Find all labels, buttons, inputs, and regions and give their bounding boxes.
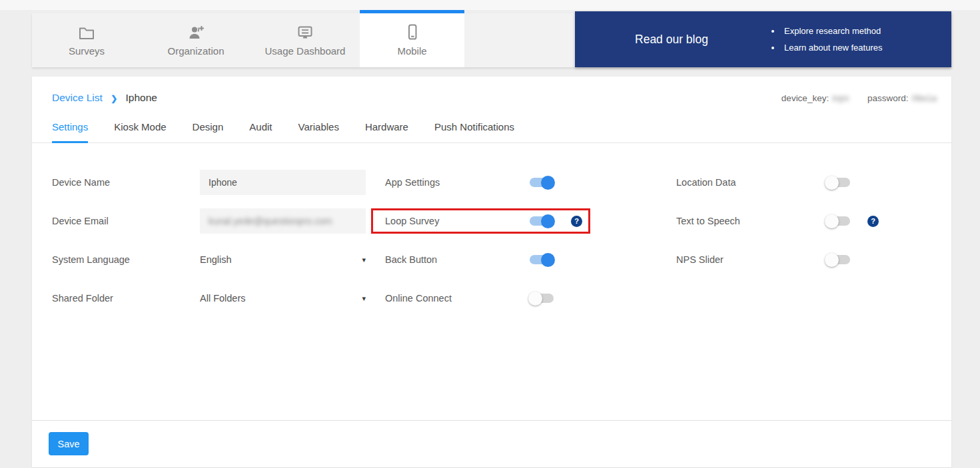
form-row-back-button: Back Button bbox=[385, 247, 676, 272]
device-key-value: tnjni bbox=[832, 93, 849, 103]
folder-icon bbox=[79, 24, 95, 40]
form-right-column: Location DataText to Speech?NPS Slider bbox=[676, 170, 951, 324]
blog-banner-bullet: Explore research method bbox=[781, 26, 882, 36]
footer-divider bbox=[32, 420, 951, 421]
loop-survey-toggle[interactable] bbox=[530, 216, 554, 226]
form-row-app-settings: App Settings bbox=[385, 170, 676, 195]
toggle-knob bbox=[528, 292, 542, 306]
form-row-device-name: Device NameIphone bbox=[52, 170, 385, 195]
form-row-nps-slider: NPS Slider bbox=[676, 247, 951, 272]
shared-folder-select[interactable]: All Folders▾ bbox=[200, 293, 366, 304]
tab-design[interactable]: Design bbox=[193, 121, 224, 142]
top-navigation: SurveysOrganizationUsage DashboardMobile… bbox=[32, 10, 951, 67]
online-connect-toggle[interactable] bbox=[530, 294, 554, 303]
form-left-column: Device NameIphoneDevice Emailkunal.yede@… bbox=[52, 170, 385, 324]
shared-folder-label: Shared Folder bbox=[52, 293, 200, 304]
device-key-pair: device_key: tnjni bbox=[781, 93, 849, 103]
device-name-value: Iphone bbox=[209, 177, 237, 188]
tab-variables[interactable]: Variables bbox=[298, 121, 338, 142]
tab-settings[interactable]: Settings bbox=[52, 121, 88, 143]
toggle-knob bbox=[825, 214, 839, 228]
page-top-strip bbox=[0, 0, 980, 10]
toggle-knob bbox=[825, 176, 839, 190]
loop-survey-label: Loop Survey bbox=[385, 216, 530, 226]
form-row-text-to-speech: Text to Speech? bbox=[676, 208, 951, 234]
app-settings-toggle[interactable] bbox=[530, 178, 554, 187]
nav-tab-organization[interactable]: Organization bbox=[141, 13, 250, 67]
text-to-speech-toggle[interactable] bbox=[826, 216, 850, 226]
nps-slider-label: NPS Slider bbox=[676, 254, 826, 265]
organization-icon bbox=[187, 24, 205, 40]
device-key-label: device_key: bbox=[781, 93, 829, 103]
dashboard-icon bbox=[297, 24, 313, 40]
toggle-knob bbox=[541, 176, 555, 190]
breadcrumb-device-list-link[interactable]: Device List bbox=[52, 92, 103, 103]
panel-header: Device List ❯ Iphone device_key: tnjni p… bbox=[32, 77, 951, 104]
blog-banner[interactable]: Read our blog Explore research methodLea… bbox=[575, 11, 951, 67]
back-button-toggle[interactable] bbox=[530, 255, 554, 264]
loop-survey-help-icon[interactable]: ? bbox=[571, 216, 582, 227]
toggle-knob bbox=[541, 214, 555, 228]
text-to-speech-help-icon[interactable]: ? bbox=[867, 216, 879, 227]
form-row-loop-survey: Loop Survey? bbox=[385, 208, 676, 234]
top-nav-tabs: SurveysOrganizationUsage DashboardMobile bbox=[32, 10, 464, 67]
blog-banner-bullet: Learn about new features bbox=[781, 43, 882, 53]
form-middle-column: App SettingsLoop Survey?Back ButtonOnlin… bbox=[385, 170, 676, 324]
back-button-label: Back Button bbox=[385, 254, 530, 265]
online-connect-label: Online Connect bbox=[385, 293, 530, 304]
tab-push-notifications[interactable]: Push Notifications bbox=[434, 121, 514, 142]
form-row-system-language: System LanguageEnglish▾ bbox=[52, 247, 385, 272]
nav-tab-surveys[interactable]: Surveys bbox=[32, 13, 141, 67]
form-row-location-data: Location Data bbox=[676, 170, 951, 195]
form-row-online-connect: Online Connect bbox=[385, 286, 676, 311]
form-row-shared-folder: Shared FolderAll Folders▾ bbox=[52, 286, 385, 311]
blog-banner-title[interactable]: Read our blog bbox=[575, 33, 768, 47]
text-to-speech-label: Text to Speech bbox=[676, 216, 826, 226]
device-settings-panel: Device List ❯ Iphone device_key: tnjni p… bbox=[32, 77, 951, 467]
nav-tab-label: Surveys bbox=[69, 45, 105, 57]
system-language-selected-value: English bbox=[200, 254, 232, 265]
password-pair: password: 06e1a bbox=[867, 93, 937, 103]
password-value: 06e1a bbox=[911, 93, 937, 103]
device-email-field[interactable]: kunal.yede@questionpro.com bbox=[200, 208, 366, 234]
settings-form: Device NameIphoneDevice Emailkunal.yede@… bbox=[32, 143, 951, 324]
tab-kiosk-mode[interactable]: Kiosk Mode bbox=[114, 121, 166, 142]
system-language-select[interactable]: English▾ bbox=[200, 254, 366, 265]
location-data-label: Location Data bbox=[676, 177, 826, 188]
breadcrumb: Device List ❯ Iphone bbox=[52, 92, 157, 104]
chevron-down-icon: ▾ bbox=[362, 294, 366, 303]
save-button[interactable]: Save bbox=[49, 432, 89, 455]
device-email-label: Device Email bbox=[52, 216, 200, 226]
system-language-label: System Language bbox=[52, 254, 200, 265]
device-email-value: kunal.yede@questionpro.com bbox=[209, 216, 332, 226]
nav-tab-usage-dashboard[interactable]: Usage Dashboard bbox=[250, 13, 360, 67]
toggle-knob bbox=[825, 253, 839, 267]
breadcrumb-separator-icon: ❯ bbox=[111, 94, 117, 103]
nav-tab-label: Organization bbox=[167, 45, 224, 57]
app-settings-label: App Settings bbox=[385, 177, 530, 188]
shared-folder-selected-value: All Folders bbox=[200, 293, 246, 304]
nav-tab-label: Mobile bbox=[397, 45, 426, 57]
mobile-icon bbox=[404, 24, 420, 40]
nps-slider-toggle[interactable] bbox=[826, 255, 850, 264]
toggle-knob bbox=[541, 253, 555, 267]
breadcrumb-current-device: Iphone bbox=[126, 92, 157, 103]
tab-hardware[interactable]: Hardware bbox=[365, 121, 408, 142]
device-name-label: Device Name bbox=[52, 177, 200, 188]
blog-banner-bullets: Explore research methodLearn about new f… bbox=[768, 26, 882, 53]
nav-tab-mobile[interactable]: Mobile bbox=[360, 10, 464, 67]
form-row-device-email: Device Emailkunal.yede@questionpro.com bbox=[52, 208, 385, 234]
device-credentials: device_key: tnjni password: 06e1a bbox=[781, 93, 937, 103]
location-data-toggle[interactable] bbox=[826, 178, 850, 187]
nav-tab-label: Usage Dashboard bbox=[265, 45, 346, 57]
settings-tab-bar: SettingsKiosk ModeDesignAuditVariablesHa… bbox=[32, 104, 951, 143]
device-name-field[interactable]: Iphone bbox=[200, 170, 366, 195]
chevron-down-icon: ▾ bbox=[362, 256, 366, 264]
tab-audit[interactable]: Audit bbox=[249, 121, 272, 142]
password-label: password: bbox=[867, 93, 909, 103]
